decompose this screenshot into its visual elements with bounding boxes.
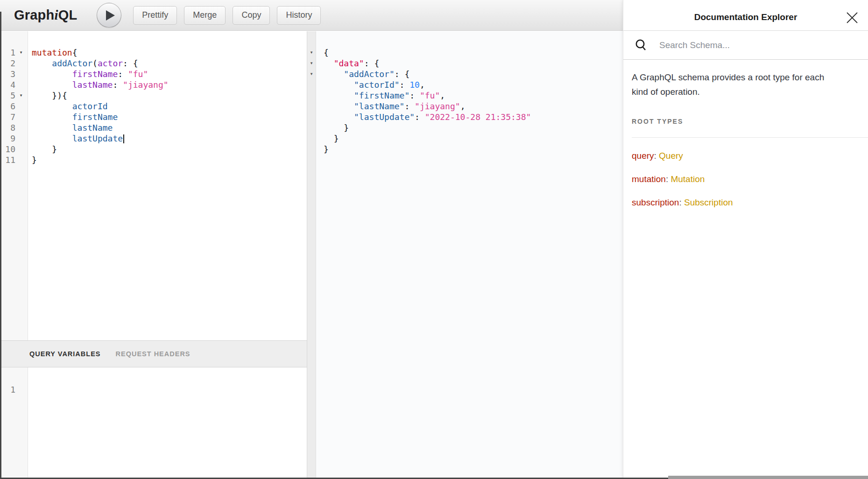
fold-gutter-space [15,133,27,144]
window-left-edge [0,12,1,479]
fold-gutter-space [15,58,27,69]
doc-search-bar [623,31,868,60]
line-number: 2 [1,58,15,69]
root-type-item-query: query: Query [632,151,860,161]
result-code-line: } [318,144,623,155]
type-name-link[interactable]: Mutation [670,174,705,184]
history-button[interactable]: History [277,6,321,25]
doc-explorer-title: Documentation Explorer [694,12,797,22]
line-number: 8 [1,122,15,133]
result-code-line: "data": { [318,58,623,69]
query-code-line: 11} [1,155,307,165]
graphiql-app: GraphiQL PrettifyMergeCopyHistory 1▾muta… [0,0,868,479]
fold-gutter-space [15,155,27,165]
query-code-line: 3 firstName: "fu" [1,69,307,79]
x-icon [846,12,858,24]
query-code-line: 2 addActor(actor: { [1,58,307,69]
type-name-link[interactable]: Subscription [684,197,733,207]
fold-toggle-icon[interactable]: ▾ [307,69,316,79]
fold-gutter-space [15,79,27,90]
root-type-item-mutation: mutation: Mutation [632,174,860,184]
line-number: 1 [1,384,15,395]
fold-gutter-space [15,101,27,112]
variables-code-line: 1 [1,384,307,395]
result-fold-gutter: ▾▾▾ [307,31,316,79]
root-type-keyword: subscription [632,197,679,207]
fold-toggle-icon[interactable]: ▾ [15,47,27,58]
result-code-line: "lastUpdate": "2022-10-28 21:35:38" [318,112,623,122]
tab-request-headers[interactable]: REQUEST HEADERS [116,350,191,358]
fold-toggle-icon[interactable]: ▾ [307,58,316,69]
section-divider [632,137,868,138]
prettify-button[interactable]: Prettify [133,6,177,25]
root-types-list: query: Querymutation: Mutationsubscripti… [632,151,860,208]
line-number: 11 [1,155,15,165]
query-code-line: 4 lastName: "jiayang" [1,79,307,90]
line-number: 5 [1,90,15,101]
query-code-line: 10 } [1,144,307,155]
query-editor[interactable]: 1▾mutation{2 addActor(actor: {3 firstNam… [1,31,307,340]
query-variables-editor[interactable]: 1 [1,367,307,478]
tab-query-variables[interactable]: QUERY VARIABLES [29,350,101,358]
text-cursor [123,134,124,143]
result-code-line: "firstName": "fu", [318,90,623,101]
copy-button[interactable]: Copy [233,6,270,25]
fold-gutter-space [15,144,27,155]
fold-gutter-space [15,384,27,395]
type-name-link[interactable]: Query [659,151,683,161]
doc-search-input[interactable] [659,40,837,50]
root-type-keyword: query [632,151,654,161]
root-type-separator: : [666,174,671,184]
root-type-item-subscription: subscription: Subscription [632,197,860,208]
result-code-line: "lastName": "jiayang", [318,101,623,112]
line-number: 10 [1,144,15,155]
schema-description: A GraphQL schema provides a root type fo… [632,70,840,99]
fold-toggle-icon[interactable]: ▾ [15,90,27,101]
variables-title-bar: QUERY VARIABLESREQUEST HEADERS [1,340,307,367]
root-types-heading: ROOT TYPES [632,118,860,125]
horizontal-scrollbar-thumb[interactable] [668,476,868,479]
doc-explorer-content: A GraphQL schema provides a root type fo… [623,60,868,208]
query-editor-code: 1▾mutation{2 addActor(actor: {3 firstNam… [1,31,307,165]
result-code-line: "addActor": { [318,69,623,79]
variables-editor-code: 1 [1,367,307,395]
root-type-separator: : [679,197,684,207]
result-viewer[interactable]: { "data": { "addActor": { "actorId": 10,… [316,31,623,479]
query-code-line: 1▾mutation{ [1,47,307,58]
result-code-line: { [318,47,623,58]
merge-button[interactable]: Merge [184,6,226,25]
result-viewer-code: { "data": { "addActor": { "actorId": 10,… [316,31,623,155]
line-number: 9 [1,133,15,144]
root-type-separator: : [654,151,659,161]
doc-explorer-header: Documentation Explorer [623,0,868,31]
root-type-keyword: mutation [632,174,666,184]
search-icon [635,39,647,51]
query-code-line: 8 lastName [1,122,307,133]
graphiql-logo: GraphiQL [14,7,77,23]
query-code-line: 6 actorId [1,101,307,112]
execute-query-button[interactable] [97,3,121,28]
line-number: 3 [1,69,15,79]
query-code-line: 9 lastUpdate [1,133,307,144]
result-code-line: } [318,122,623,133]
fold-gutter-space [15,122,27,133]
doc-explorer-panel: Documentation Explorer A GraphQL schema … [623,0,868,479]
line-number: 1 [1,47,15,58]
result-code-line: } [318,133,623,144]
toolbar-buttons: PrettifyMergeCopyHistory [133,6,328,25]
pane-divider[interactable] [307,31,316,479]
doc-close-button[interactable] [846,11,859,24]
query-code-line: 7 firstName [1,112,307,122]
result-code-line: "actorId": 10, [318,79,623,90]
fold-gutter-space [15,69,27,79]
toolbar: GraphiQL PrettifyMergeCopyHistory [0,0,623,31]
line-number: 4 [1,79,15,90]
line-number: 7 [1,112,15,122]
fold-gutter-space [15,112,27,122]
fold-toggle-icon[interactable]: ▾ [307,47,316,58]
line-number: 6 [1,101,15,112]
play-icon [103,10,115,21]
query-code-line: 5▾ }){ [1,90,307,101]
